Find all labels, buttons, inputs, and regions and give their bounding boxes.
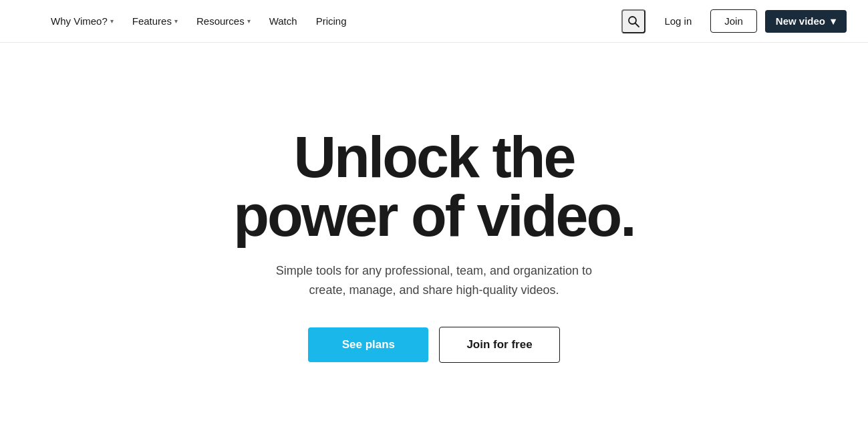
see-plans-button[interactable]: See plans — [308, 327, 428, 362]
nav-item-resources[interactable]: Resources ▾ — [188, 10, 259, 32]
svg-line-2 — [635, 23, 639, 27]
nav-item-features[interactable]: Features ▾ — [124, 10, 186, 32]
chevron-down-icon: ▾ — [174, 17, 178, 25]
hero-title: Unlock the power of video. — [233, 128, 634, 245]
nav-item-pricing[interactable]: Pricing — [308, 10, 355, 32]
chevron-down-icon: ▾ — [110, 17, 114, 25]
chevron-down-icon: ▾ — [247, 17, 251, 25]
new-video-button[interactable]: New video ▾ — [765, 10, 847, 33]
hero-cta-buttons: See plans Join for free — [308, 327, 559, 363]
join-for-free-button[interactable]: Join for free — [439, 327, 559, 363]
nav-item-watch[interactable]: Watch — [261, 10, 305, 32]
join-button[interactable]: Join — [710, 9, 757, 33]
hero-subtitle: Simple tools for any professional, team,… — [261, 261, 608, 300]
hero-section: Unlock the power of video. Simple tools … — [0, 43, 868, 434]
search-button[interactable] — [621, 9, 645, 33]
login-button[interactable]: Log in — [654, 10, 702, 32]
svg-point-1 — [629, 17, 636, 24]
chevron-down-icon: ▾ — [831, 15, 836, 27]
nav-links: Why Vimeo? ▾ Features ▾ Resources ▾ Watc… — [43, 10, 621, 32]
nav-item-why-vimeo[interactable]: Why Vimeo? ▾ — [43, 10, 122, 32]
navbar: vimeo Why Vimeo? ▾ Features ▾ Resources … — [0, 0, 868, 43]
navbar-right: Log in Join New video ▾ — [621, 9, 847, 33]
search-icon — [627, 15, 640, 28]
